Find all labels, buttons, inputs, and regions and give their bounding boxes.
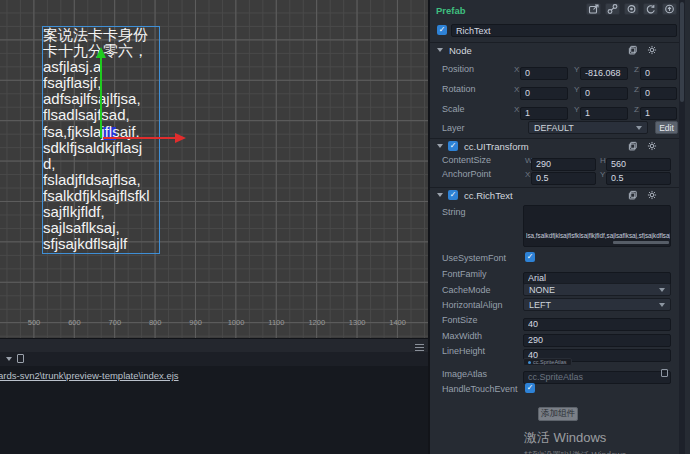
reset-prefab-button[interactable] [643,3,658,15]
position-label: Position [442,64,474,74]
apply-prefab-button[interactable] [662,3,677,15]
unlink-prefab-button[interactable] [605,3,620,15]
caret-down-icon [437,48,443,52]
ruler-label: 1000 [228,318,245,327]
anchor-point-row: AnchorPoint X Y [430,167,679,181]
anchor-point-x-input[interactable] [531,172,596,185]
line-height-row: LineHeight [430,344,679,358]
console-filter-bar [0,352,428,366]
cache-mode-dropdown[interactable]: NONE [523,283,671,296]
rotation-z-input[interactable] [640,87,677,100]
axis-y-label: Y [574,85,579,94]
layer-dropdown[interactable]: DEFAULT [528,121,648,134]
caret-down-icon [437,193,443,197]
max-width-label: MaxWidth [442,331,482,341]
reset-icon [645,4,656,14]
richtext-section-header[interactable]: ✓ cc.RichText [430,187,679,202]
pages-icon[interactable] [628,190,638,200]
string-textarea[interactable]: lsa,fsalkdfjklsajflsfklsajflkjfldf,sajls… [523,205,671,247]
unlink-prefab-icon [607,4,618,14]
gizmo-y-axis-arrow[interactable] [100,58,102,138]
use-system-font-label: UseSystemFont [442,253,506,263]
scrollbar-thumb[interactable] [680,2,684,102]
node-section-header[interactable]: Node [430,42,679,57]
horizontal-align-row: HorizontalAlign LEFT [430,298,679,312]
rotation-y-input[interactable] [580,87,628,100]
gizmo-x-axis-arrow[interactable] [103,137,175,139]
axis-h-label: H [600,156,606,165]
apply-icon [664,4,675,14]
edit-prefab-icon [588,4,599,14]
pages-icon[interactable] [628,141,638,151]
scale-z-input[interactable] [640,107,677,120]
axis-z-label: Z [634,85,639,94]
caret-down-icon [659,288,665,292]
scale-row: Scale X Y Z [430,102,679,116]
cache-mode-value: NONE [529,285,555,295]
richtext-section-title: cc.RichText [464,190,513,201]
sprite-atlas-type-badge: cc.SpriteAtlas [523,358,572,366]
caret-down-icon [437,144,443,148]
horizontal-align-dropdown[interactable]: LEFT [523,298,671,311]
axis-x-label: X [514,85,519,94]
edit-prefab-button[interactable] [586,3,601,15]
file-path-link[interactable]: ards-svn2\trunk\preview-template\index.e… [0,370,179,381]
document-icon [17,354,24,363]
string-value: lsa,fsalkdfjklsajflsfklsajflkjfldf,sajls… [526,232,670,239]
axis-x-label: X [525,170,530,179]
handle-touch-event-checkbox[interactable]: ✓ [525,383,535,393]
line-height-label: LineHeight [442,346,485,356]
scale-y-input[interactable] [580,107,628,120]
menu-icon[interactable] [415,342,424,349]
gizmo-y-arrowhead-icon[interactable] [96,47,106,58]
uitransform-section-header[interactable]: ✓ cc.UITransform [430,138,679,153]
font-family-label: FontFamily [442,269,487,279]
anchor-point-label: AnchorPoint [442,169,491,179]
locate-asset-icon [626,4,637,14]
node-name-input[interactable] [451,24,677,37]
axis-x-label: X [514,105,519,114]
textarea-scrollbar[interactable] [613,241,669,244]
gear-icon[interactable] [647,141,657,151]
anchor-point-y-input[interactable] [606,172,671,185]
caret-down-icon [659,303,665,307]
node-section-title: Node [449,45,472,56]
position-y-input[interactable] [580,67,628,80]
gear-icon[interactable] [647,45,657,55]
layer-row: Layer DEFAULT Edit [430,121,679,135]
gear-icon[interactable] [647,190,657,200]
rotation-x-input[interactable] [520,87,568,100]
uitransform-section-title: cc.UITransform [464,141,529,152]
font-size-label: FontSize [442,315,478,325]
max-width-row: MaxWidth [430,329,679,343]
ruler-label: 1400 [389,318,406,327]
node-active-checkbox[interactable]: ✓ [437,25,447,35]
axis-x-label: X [514,65,519,74]
content-size-row: ContentSize W H [430,153,679,167]
position-x-input[interactable] [520,67,568,80]
caret-down-icon[interactable] [6,357,12,361]
font-size-row: FontSize [430,313,679,327]
horizontal-align-label: HorizontalAlign [442,300,503,310]
uitransform-enabled-checkbox[interactable]: ✓ [448,141,458,151]
caret-down-icon [636,126,642,130]
layer-edit-button[interactable]: Edit [655,121,678,134]
use-system-font-checkbox[interactable]: ✓ [525,252,535,262]
scale-x-input[interactable] [520,107,568,120]
image-atlas-label: ImageAtlas [442,369,487,379]
asset-picker-icon[interactable] [661,369,668,377]
inspector-scrollbar[interactable] [679,0,685,454]
cache-mode-label: CacheMode [442,285,491,295]
ruler-label: 600 [68,318,81,327]
ruler-label: 800 [149,318,162,327]
position-z-input[interactable] [640,67,677,80]
scale-label: Scale [442,104,465,114]
handle-touch-event-label: HandleTouchEvent [442,384,518,394]
pages-icon[interactable] [628,45,638,55]
locate-asset-button[interactable] [624,3,639,15]
scene-view[interactable]: 50060070080090010001100120013001400 案说法卡… [0,0,428,338]
gizmo-x-arrowhead-icon[interactable] [175,133,186,143]
add-component-button[interactable]: 添加组件 [538,407,578,421]
richtext-enabled-checkbox[interactable]: ✓ [448,190,458,200]
content-size-label: ContentSize [442,155,491,165]
